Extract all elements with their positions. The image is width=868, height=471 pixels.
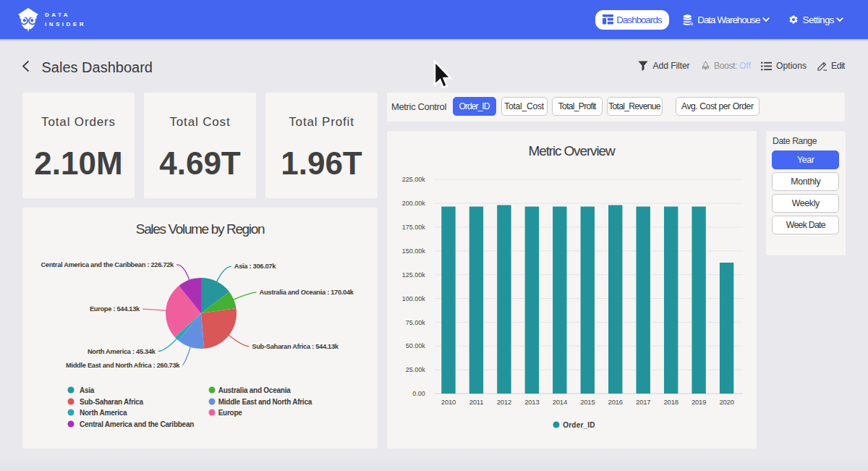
- svg-text:2017: 2017: [636, 397, 650, 405]
- svg-text:100.00k: 100.00k: [401, 294, 425, 302]
- svg-text:2020: 2020: [719, 397, 733, 405]
- svg-text:2013: 2013: [524, 397, 539, 405]
- svg-text:2018: 2018: [663, 397, 678, 405]
- svg-text:125.00k: 125.00k: [401, 271, 425, 278]
- svg-text:50.00k: 50.00k: [405, 342, 425, 349]
- svg-text:2019: 2019: [691, 397, 705, 405]
- svg-text:2015: 2015: [580, 397, 595, 405]
- svg-text:225.00k: 225.00k: [401, 176, 425, 183]
- svg-text:175.00k: 175.00k: [401, 224, 425, 231]
- svg-text:2014: 2014: [552, 397, 566, 405]
- svg-text:2010: 2010: [441, 397, 455, 405]
- svg-text:25.00k: 25.00k: [405, 366, 425, 373]
- svg-text:2016: 2016: [608, 397, 622, 405]
- svg-text:200.00k: 200.00k: [401, 200, 425, 207]
- svg-text:0.00: 0.00: [412, 390, 425, 397]
- svg-text:2011: 2011: [469, 397, 483, 405]
- svg-text:2012: 2012: [496, 397, 511, 405]
- svg-text:150.00k: 150.00k: [401, 247, 425, 254]
- svg-text:75.00k: 75.00k: [405, 318, 425, 326]
